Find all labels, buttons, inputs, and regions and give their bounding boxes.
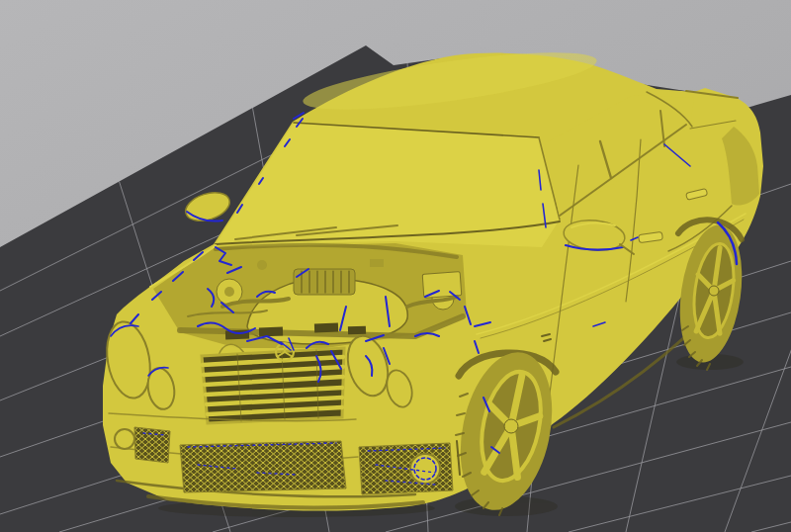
viewport-3d[interactable] xyxy=(0,0,791,532)
bumper-mesh-center xyxy=(180,441,346,492)
battery-box xyxy=(422,272,462,299)
front-grille xyxy=(202,343,344,423)
bumper-mesh-left xyxy=(134,427,170,463)
viewport-canvas[interactable] xyxy=(0,0,791,532)
fog-lamp-left xyxy=(115,429,134,449)
